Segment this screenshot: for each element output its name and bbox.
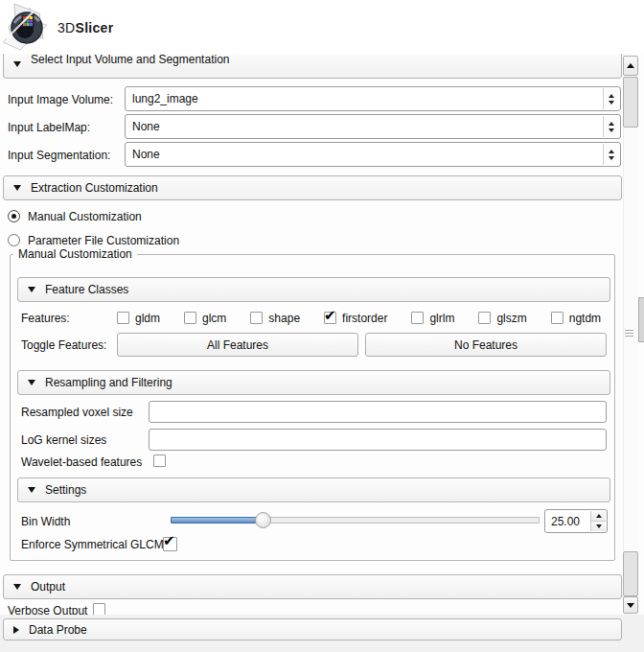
app-header: 3DSlicer — [0, 0, 644, 54]
toggle-features-label: Toggle Features: — [21, 338, 106, 352]
bin-width-spinbox[interactable]: 25.00 — [544, 509, 608, 533]
outer-scrollbar-thumb[interactable] — [638, 297, 644, 342]
combobox-value: lung2_image — [132, 92, 198, 105]
feature-item: glcm — [184, 311, 226, 325]
manual-customization-radio-label: Manual Customization — [28, 210, 142, 223]
feature-item: firstorder — [324, 311, 387, 325]
ngtdm-checkbox[interactable] — [551, 312, 564, 324]
enforce-symmetrical-glcm-checkbox[interactable] — [163, 537, 177, 551]
parameter-file-radio-label: Parameter File Customization — [28, 234, 179, 247]
log-kernel-sizes-label: LoG kernel sizes — [21, 433, 106, 447]
scrollbar-down-button[interactable] — [623, 596, 638, 614]
feature-item: glrlm — [411, 311, 454, 325]
wavelet-features-checkbox[interactable] — [153, 454, 166, 467]
collapse-settings[interactable]: Settings — [17, 477, 610, 502]
feature-item: gldm — [117, 311, 160, 325]
glszm-checkbox[interactable] — [478, 312, 491, 324]
log-kernel-sizes-input[interactable] — [149, 429, 607, 451]
section-title: Output — [31, 580, 65, 594]
gldm-checkbox[interactable] — [117, 312, 129, 324]
bin-width-value: 25.00 — [551, 515, 580, 528]
combobox-updown-icon[interactable] — [603, 116, 619, 137]
triangle-down-icon — [28, 487, 35, 493]
triangle-down-icon — [13, 61, 21, 67]
resampled-voxel-size-label: Resampled voxel size — [21, 406, 133, 419]
input-segmentation-label: Input Segmentation: — [8, 149, 110, 162]
collapse-extraction-customization[interactable]: Extraction Customization — [3, 175, 622, 200]
input-image-volume-combobox[interactable]: lung2_image — [125, 86, 621, 111]
firstorder-checkbox[interactable] — [324, 312, 336, 324]
input-labelmap-combobox[interactable]: None — [125, 114, 621, 139]
feature-item: shape — [250, 311, 300, 325]
gldm-label: gldm — [135, 312, 160, 325]
spinbox-updown-icon[interactable] — [590, 511, 606, 531]
scrollbar-up-button[interactable] — [623, 56, 638, 76]
firstorder-label: firstorder — [342, 312, 387, 325]
wavelet-features-label: Wavelet-based features — [21, 455, 142, 469]
scrollbar-grip-icon — [625, 330, 633, 331]
triangle-down-icon — [13, 584, 21, 590]
all-features-button[interactable]: All Features — [117, 333, 358, 357]
app-title: 3DSlicer — [58, 20, 113, 35]
triangle-down-icon — [28, 287, 35, 292]
section-title: Resampling and Filtering — [45, 376, 172, 389]
resampled-voxel-size-input[interactable] — [149, 401, 607, 423]
combobox-value: None — [132, 120, 160, 133]
features-label: Features: — [21, 312, 70, 325]
glcm-checkbox[interactable] — [184, 312, 196, 324]
parameter-file-radio[interactable] — [8, 234, 20, 246]
bottom-panel: Data Probe — [0, 615, 644, 652]
glrlm-checkbox[interactable] — [411, 312, 424, 324]
collapse-resampling-filtering[interactable]: Resampling and Filtering — [17, 370, 610, 395]
slider-fill — [171, 517, 263, 524]
slider-handle[interactable] — [255, 512, 271, 528]
input-image-volume-label: Input Image Volume: — [8, 93, 113, 106]
glrlm-label: glrlm — [429, 312, 454, 325]
manual-customization-radio[interactable] — [8, 210, 20, 222]
scrollbar-track[interactable] — [623, 54, 638, 614]
combobox-updown-icon[interactable] — [603, 88, 619, 109]
collapse-output-section[interactable]: Output — [3, 574, 622, 599]
input-segmentation-combobox[interactable]: None — [125, 142, 621, 167]
triangle-down-icon — [28, 380, 35, 385]
triangle-down-icon — [13, 185, 21, 191]
feature-checkbox-row: gldm glcm shape firstorder glrlm glszm n… — [117, 311, 611, 325]
section-title: Data Probe — [29, 623, 87, 637]
feature-item: glszm — [478, 311, 526, 325]
section-title: Extraction Customization — [31, 181, 158, 195]
scrollbar-grip-icon — [625, 336, 633, 337]
bin-width-slider[interactable] — [171, 512, 540, 528]
collapse-feature-classes[interactable]: Feature Classes — [17, 277, 610, 302]
ngtdm-label: ngtdm — [569, 312, 601, 325]
scrollbar-grip-icon — [625, 333, 633, 334]
triangle-right-icon — [13, 626, 19, 634]
shape-label: shape — [268, 312, 300, 325]
arrow-down-icon — [627, 603, 634, 608]
enforce-symmetrical-glcm-label: Enforce Symmetrical GLCM — [21, 538, 164, 551]
section-title: Select Input Volume and Segmentation — [31, 53, 229, 66]
slicer-window: Select Input Volume and Segmentation — [0, 0, 644, 652]
collapse-select-input-section[interactable]: Select Input Volume and Segmentation — [3, 50, 622, 79]
combobox-updown-icon[interactable] — [603, 144, 619, 165]
bin-width-label: Bin Width — [21, 515, 70, 528]
scrollbar-thumb-lower[interactable] — [623, 551, 638, 596]
groupbox-title: Manual Customization — [13, 247, 137, 261]
scrollbar-thumb[interactable] — [623, 77, 638, 128]
glszm-label: glszm — [496, 312, 526, 325]
shape-checkbox[interactable] — [250, 312, 263, 324]
input-labelmap-label: Input LabelMap: — [8, 121, 90, 134]
section-title: Feature Classes — [45, 283, 128, 296]
glcm-label: glcm — [202, 312, 226, 325]
feature-item: ngtdm — [551, 311, 601, 325]
slicer-logo-icon — [1, 0, 57, 54]
combobox-value: None — [132, 148, 160, 161]
collapse-data-probe[interactable]: Data Probe — [3, 618, 622, 640]
section-title: Settings — [45, 483, 86, 497]
arrow-up-icon — [627, 63, 634, 68]
no-features-button[interactable]: No Features — [365, 333, 607, 357]
